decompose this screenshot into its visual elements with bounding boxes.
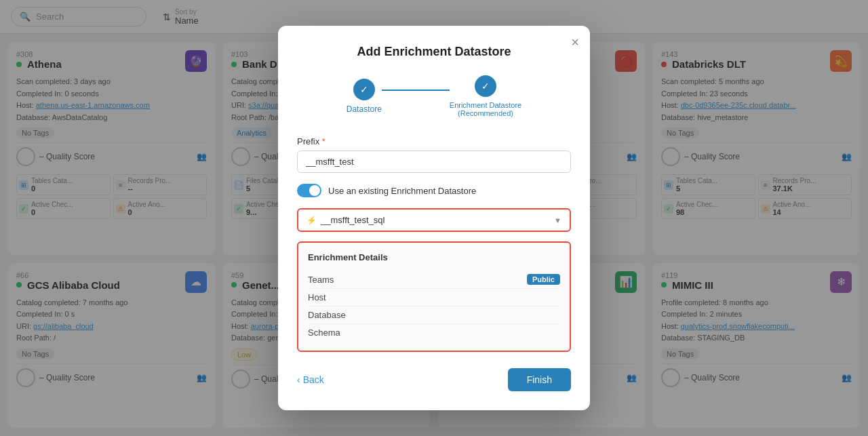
- page-container: 🔍 Search ⇅ Sort by Name #308 Athena 🔮: [0, 0, 868, 436]
- step-1-circle: ✓: [353, 79, 375, 100]
- teams-row: Teams Public: [308, 271, 560, 289]
- teams-value: Public: [527, 274, 560, 285]
- step-2-circle: ✓: [475, 75, 496, 97]
- host-row: Host: [308, 289, 560, 306]
- modal: × Add Enrichment Datastore ✓ Datastore ✓…: [278, 26, 590, 410]
- toggle-label: Use an existing Enrichment Datastore: [328, 186, 476, 196]
- step-1: ✓ Datastore: [347, 79, 382, 114]
- enrichment-details-title: Enrichment Details: [308, 252, 560, 262]
- finish-button[interactable]: Finish: [508, 368, 571, 391]
- existing-datastore-toggle[interactable]: [297, 184, 321, 197]
- prefix-input[interactable]: [297, 151, 571, 173]
- schema-row: Schema: [308, 324, 560, 341]
- chevron-left-icon: ‹: [297, 374, 300, 385]
- chevron-down-icon: ▼: [554, 216, 561, 224]
- dropdown-value: __msfft_test_sql: [321, 215, 384, 225]
- back-button[interactable]: ‹ Back: [297, 374, 324, 385]
- modal-overlay: × Add Enrichment Datastore ✓ Datastore ✓…: [0, 0, 868, 436]
- host-label: Host: [308, 292, 326, 302]
- datastore-icon: ⚡: [307, 216, 317, 225]
- required-indicator: *: [322, 136, 326, 146]
- prefix-group: Prefix *: [297, 136, 571, 173]
- enrichment-details-box: Enrichment Details Teams Public Host Dat…: [297, 241, 571, 352]
- teams-label: Teams: [308, 275, 334, 285]
- stepper: ✓ Datastore ✓ Enrichment Datastore(Recom…: [297, 75, 571, 117]
- schema-label: Schema: [308, 328, 340, 338]
- database-label: Database: [308, 310, 346, 320]
- prefix-label: Prefix *: [297, 136, 571, 146]
- toggle-row: Use an existing Enrichment Datastore: [297, 184, 571, 197]
- database-row: Database: [308, 306, 560, 324]
- modal-title: Add Enrichment Datastore: [297, 45, 571, 59]
- datastore-dropdown[interactable]: ⚡ __msfft_test_sql ▼: [297, 208, 571, 232]
- step-2: ✓ Enrichment Datastore(Recommended): [450, 75, 521, 117]
- close-button[interactable]: ×: [571, 35, 579, 49]
- step-2-label: Enrichment Datastore(Recommended): [450, 101, 521, 117]
- modal-footer: ‹ Back Finish: [297, 363, 571, 391]
- step-1-label: Datastore: [347, 104, 382, 114]
- step-connector: [382, 90, 450, 91]
